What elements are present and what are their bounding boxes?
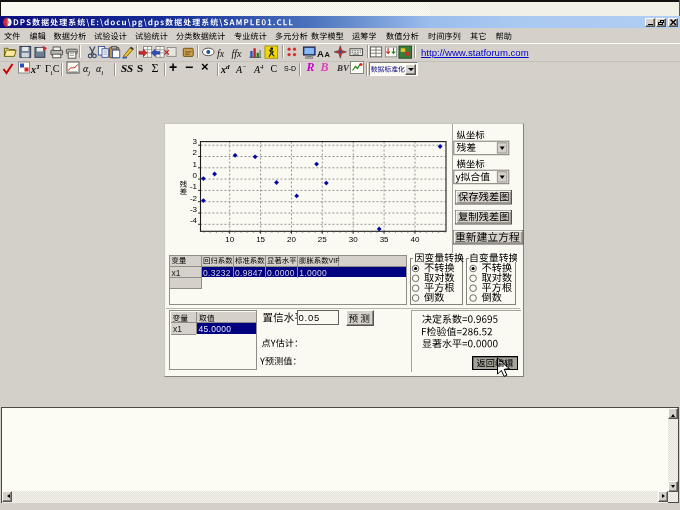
svg-text:fx: fx bbox=[217, 48, 225, 59]
svg-text:A: A bbox=[317, 48, 324, 59]
svg-text:A: A bbox=[325, 50, 331, 59]
svg-text:ffx: ffx bbox=[232, 48, 243, 59]
